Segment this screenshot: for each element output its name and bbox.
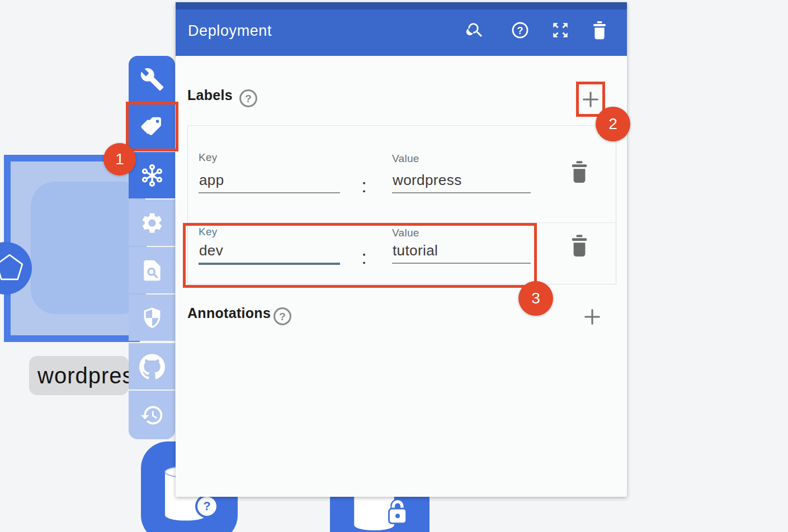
gear-icon: [140, 211, 164, 235]
shield-icon: [140, 306, 164, 330]
annotations-help-icon[interactable]: ?: [272, 306, 292, 326]
toolbar-item-github[interactable]: [129, 343, 175, 390]
labels-help-icon[interactable]: ?: [238, 88, 258, 108]
step-number: 2: [608, 115, 617, 133]
step-marker-1: 1: [103, 143, 136, 175]
lock-icon: [387, 497, 408, 525]
node-name-chip: wordpress: [29, 356, 129, 395]
add-annotation-button[interactable]: [581, 306, 603, 328]
labels-heading: Labels: [187, 87, 233, 103]
annotations-heading: Annotations: [187, 305, 271, 321]
help-icon[interactable]: ?: [511, 21, 530, 40]
deployment-node[interactable]: [4, 155, 140, 342]
label-row: Key : Value: [188, 126, 616, 222]
header-accent-strip: [176, 2, 627, 10]
history-icon: [140, 403, 164, 428]
app-canvas: wordpress ?: [0, 0, 788, 532]
delete-node-icon[interactable]: [590, 21, 609, 40]
svg-text:?: ?: [517, 25, 523, 36]
key-value-separator: :: [356, 175, 372, 197]
wrench-icon: [140, 67, 164, 92]
toolbar-item-security[interactable]: [129, 294, 175, 341]
toolbar-item-file-search[interactable]: [129, 247, 175, 293]
highlight-box-labels-tool: [126, 102, 178, 151]
node-name-text: wordpress: [37, 363, 129, 388]
toolbar-item-build[interactable]: [129, 56, 175, 102]
key-input[interactable]: [199, 172, 340, 193]
step-number: 1: [115, 150, 124, 168]
delete-label-icon[interactable]: [569, 234, 590, 257]
github-icon: [139, 354, 165, 379]
value-input[interactable]: [392, 172, 531, 193]
svg-text:?: ?: [245, 93, 251, 104]
svg-text:?: ?: [279, 311, 285, 322]
key-label: Key: [199, 151, 218, 164]
step-marker-3: 3: [518, 281, 553, 316]
step-marker-2: 2: [596, 107, 630, 141]
pentagon-icon: [0, 253, 25, 281]
search-icon[interactable]: [466, 21, 485, 40]
expand-icon[interactable]: [551, 21, 570, 40]
hub-icon: [139, 163, 165, 188]
unknown-status-badge: ?: [197, 497, 216, 516]
panel-title: Deployment: [188, 22, 272, 40]
question-glyph: ?: [203, 499, 210, 514]
value-label: Value: [392, 153, 419, 165]
highlight-box-label-row: [183, 223, 537, 288]
step-number: 3: [531, 289, 540, 307]
document-search-icon: [140, 258, 164, 283]
panel-header: Deployment ?: [176, 2, 627, 56]
toolbar-item-history[interactable]: [129, 391, 175, 439]
toolbar-item-settings[interactable]: [129, 200, 175, 246]
delete-label-icon[interactable]: [569, 160, 590, 183]
